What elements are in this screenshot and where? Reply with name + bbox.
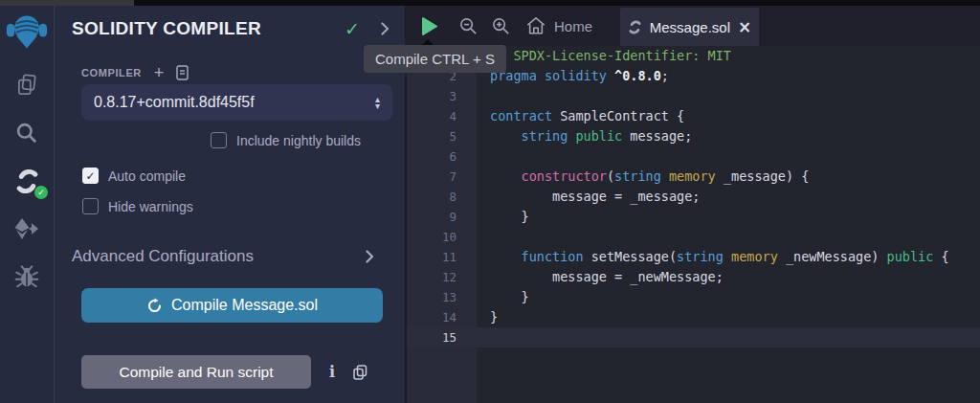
line-number[interactable]: 10 — [407, 227, 477, 247]
compile-tooltip-text: Compile CTRL + S — [375, 51, 495, 67]
sidebar-item-deploy-and-run[interactable] — [10, 213, 44, 245]
code-line-7[interactable]: 7 constructor(string memory _message) { — [407, 167, 980, 187]
compile-button-label: Compile Message.sol — [171, 297, 318, 314]
compile-button[interactable]: Compile Message.sol — [81, 288, 383, 323]
line-number[interactable]: 4 — [407, 106, 477, 126]
solidity-compiler-panel: SOLIDITY COMPILER ✓ COMPILER + 0.8.17+co… — [55, 6, 407, 403]
code-line-text: function setMessage(string memory _newMe… — [477, 247, 949, 267]
code-line-15[interactable]: 15 — [407, 327, 980, 347]
code-line-text — [477, 86, 490, 106]
compile-tooltip: Compile CTRL + S — [364, 45, 506, 73]
line-number[interactable]: 11 — [407, 247, 477, 267]
chevron-right-icon — [366, 250, 374, 263]
panel-header: SOLIDITY COMPILER ✓ — [72, 13, 390, 44]
line-number[interactable]: 14 — [407, 307, 477, 327]
compiler-version-select[interactable]: 0.8.17+commit.8df45f5f ▴▾ — [81, 84, 392, 121]
line-number[interactable]: 13 — [407, 287, 477, 307]
code-line-10[interactable]: 10 — [407, 227, 980, 247]
include-nightly-builds-row[interactable]: Include nightly builds — [211, 132, 361, 148]
include-nightly-builds-checkbox[interactable] — [211, 132, 227, 148]
run-script-row: Compile and Run script i — [81, 355, 368, 389]
compiler-version-value: 0.8.17+commit.8df45f5f — [94, 94, 375, 111]
line-number[interactable]: 7 — [407, 167, 477, 187]
compiler-section-label: COMPILER — [81, 67, 142, 78]
file-tab-message-sol[interactable]: Message.sol × — [620, 8, 759, 46]
compiler-section: COMPILER + — [81, 65, 189, 80]
code-line-6[interactable]: 6 — [407, 146, 980, 167]
code-line-text: string public message; — [477, 126, 692, 146]
auto-compile-checkbox[interactable]: ✓ — [82, 168, 99, 184]
editor-tabbar: Home Message.sol × — [407, 6, 980, 46]
compile-success-badge-icon: ✓ — [34, 186, 48, 199]
info-icon[interactable]: i — [329, 363, 335, 381]
code-line-text: message = _message; — [477, 187, 700, 207]
compile-and-run-button[interactable]: Compile and Run script — [81, 355, 311, 389]
code-line-text — [477, 146, 490, 167]
code-line-text — [477, 327, 490, 347]
icon-sidebar: ✓ — [0, 6, 55, 403]
run-play-button[interactable] — [421, 16, 438, 36]
line-number[interactable]: 12 — [407, 267, 477, 287]
code-line-11[interactable]: 11 function setMessage(string memory _ne… — [407, 247, 980, 267]
line-number[interactable]: 9 — [407, 207, 477, 227]
code-line-9[interactable]: 9 } — [407, 207, 980, 227]
copy-icon[interactable] — [353, 365, 368, 380]
hide-warnings-row[interactable]: Hide warnings — [82, 198, 193, 214]
select-arrows-icon: ▴▾ — [375, 96, 380, 109]
code-line-text: } — [477, 307, 498, 327]
home-icon — [525, 16, 546, 35]
code-line-text: // SPDX-License-Identifier: MIT — [477, 46, 731, 66]
advanced-configurations-label: Advanced Configurations — [72, 247, 254, 266]
sidebar-item-file-explorer[interactable] — [10, 69, 44, 101]
compile-success-check-icon: ✓ — [345, 18, 360, 39]
zoom-in-icon[interactable] — [491, 16, 511, 36]
include-nightly-builds-label: Include nightly builds — [236, 133, 361, 148]
bug-icon — [14, 264, 39, 289]
zoom-out-icon[interactable] — [458, 16, 479, 36]
sidebar-item-search[interactable] — [10, 117, 44, 149]
panel-title: SOLIDITY COMPILER — [72, 18, 345, 39]
advanced-configurations-row[interactable]: Advanced Configurations — [72, 247, 374, 266]
home-tab[interactable]: Home — [525, 16, 592, 35]
close-tab-icon[interactable]: × — [738, 19, 751, 35]
file-explorer-icon — [14, 73, 39, 98]
code-line-13[interactable]: 13 } — [407, 287, 980, 307]
code-line-12[interactable]: 12 message = _newMessage; — [407, 267, 980, 287]
sidebar-item-debugger[interactable] — [10, 260, 44, 293]
auto-compile-label: Auto compile — [108, 168, 186, 184]
line-number[interactable]: 3 — [407, 86, 477, 106]
code-line-text: } — [477, 207, 529, 227]
refresh-icon — [146, 298, 163, 314]
home-tab-label: Home — [554, 18, 592, 34]
code-line-14[interactable]: 14} — [407, 307, 980, 327]
compiler-doc-icon[interactable] — [176, 65, 189, 80]
auto-compile-row[interactable]: ✓ Auto compile — [82, 168, 186, 184]
line-number[interactable]: 5 — [407, 126, 477, 146]
chevron-right-icon[interactable] — [381, 22, 390, 35]
hide-warnings-label: Hide warnings — [108, 199, 193, 214]
code-line-3[interactable]: 3 — [407, 86, 980, 106]
remix-ide-window: ✓ — [0, 0, 980, 403]
line-number[interactable]: 6 — [407, 146, 477, 167]
code-line-text: constructor(string memory _message) { — [477, 167, 809, 187]
file-tab-label: Message.sol — [650, 19, 730, 35]
hide-warnings-checkbox[interactable] — [82, 198, 99, 214]
code-line-text — [477, 227, 490, 247]
remix-logo-icon[interactable] — [5, 10, 49, 54]
search-icon — [14, 121, 39, 146]
line-number[interactable]: 8 — [407, 187, 477, 207]
code-line-8[interactable]: 8 message = _message; — [407, 187, 980, 207]
code-line-5[interactable]: 5 string public message; — [407, 126, 980, 146]
code-line-text: message = _newMessage; — [477, 267, 724, 287]
line-number[interactable]: 15 — [407, 327, 477, 347]
add-compiler-icon[interactable]: + — [154, 66, 165, 79]
solidity-file-icon — [628, 20, 642, 34]
sidebar-item-solidity-compiler[interactable]: ✓ — [10, 165, 44, 197]
code-line-4[interactable]: 4contract SampleContract { — [407, 106, 980, 126]
ethereum-deploy-icon — [12, 216, 41, 241]
code-editor[interactable]: 1// SPDX-License-Identifier: MIT2pragma … — [407, 46, 980, 403]
code-line-text: } — [477, 287, 529, 307]
code-line-text: contract SampleContract { — [477, 106, 684, 126]
